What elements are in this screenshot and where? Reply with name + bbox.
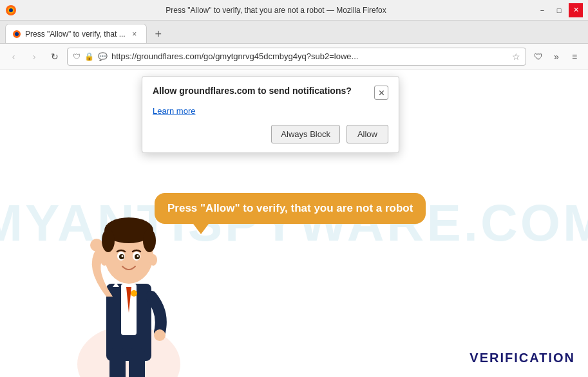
maximize-button[interactable]: □ [552, 3, 566, 17]
svg-point-14 [154, 329, 166, 341]
always-block-button[interactable]: Always Block [271, 125, 340, 143]
extensions-button[interactable]: » [548, 48, 565, 65]
window-controls: − □ ✕ [535, 3, 583, 17]
close-button[interactable]: ✕ [569, 3, 583, 17]
tab-close-button[interactable]: × [129, 29, 140, 39]
tab-favicon [12, 30, 21, 39]
notification-popup: Allow groundflares.com to send notificat… [142, 76, 399, 153]
popup-header: Allow groundflares.com to send notificat… [153, 86, 388, 100]
svg-rect-7 [109, 348, 126, 377]
shield-toolbar-button[interactable]: 🛡 [530, 48, 547, 65]
firefox-logo [5, 5, 17, 16]
menu-button[interactable]: ≡ [566, 48, 583, 65]
minimize-button[interactable]: − [535, 3, 549, 17]
new-tab-button[interactable]: + [149, 25, 167, 43]
svg-point-4 [15, 32, 19, 36]
info-icon: 💬 [98, 52, 108, 61]
svg-point-2 [9, 8, 13, 12]
svg-point-28 [131, 290, 137, 297]
svg-point-13 [90, 239, 103, 252]
page-content: MYANTISPYWARE.COM Allow groundflares.com… [0, 69, 588, 377]
url-text: https://groundflares.com/go/gmytgnrvg45d… [111, 51, 508, 61]
popup-title: Allow groundflares.com to send notificat… [153, 86, 374, 96]
svg-point-25 [100, 254, 108, 266]
learn-more-link[interactable]: Learn more [153, 106, 388, 116]
tab-title: Press "Allow" to verify, that ... [25, 30, 126, 39]
shield-icon: 🛡 [73, 52, 81, 61]
forward-button[interactable]: › [26, 48, 43, 65]
url-bar[interactable]: 🛡 🔒 💬 https://groundflares.com/go/gmytgn… [67, 48, 526, 66]
svg-point-18 [143, 229, 156, 252]
title-bar: Press "Allow" to verify, that you are no… [0, 0, 588, 21]
address-bar: ‹ › ↻ 🛡 🔒 💬 https://groundflares.com/go/… [0, 44, 588, 69]
allow-button[interactable]: Allow [346, 125, 388, 143]
toolbar-icons: 🛡 » ≡ [530, 48, 583, 65]
lock-icon: 🔒 [84, 52, 94, 61]
bookmark-star-icon[interactable]: ☆ [512, 51, 520, 62]
svg-rect-8 [129, 348, 145, 377]
window-title: Press "Allow" to verify, that you are no… [17, 6, 535, 15]
tab-bar: Press "Allow" to verify, that ... × + [0, 21, 588, 44]
svg-point-17 [102, 229, 115, 252]
verification-label: VERIFICATION [469, 351, 575, 365]
popup-close-button[interactable]: ✕ [374, 86, 388, 100]
reload-button[interactable]: ↻ [46, 48, 63, 65]
back-button[interactable]: ‹ [5, 48, 22, 65]
svg-point-26 [149, 254, 157, 266]
svg-point-23 [122, 255, 124, 257]
popup-buttons: Always Block Allow [153, 125, 388, 143]
browser-tab[interactable]: Press "Allow" to verify, that ... × [5, 24, 147, 43]
speech-bubble: Press "Allow" to verify, that you are no… [155, 193, 426, 224]
svg-point-24 [137, 255, 139, 257]
